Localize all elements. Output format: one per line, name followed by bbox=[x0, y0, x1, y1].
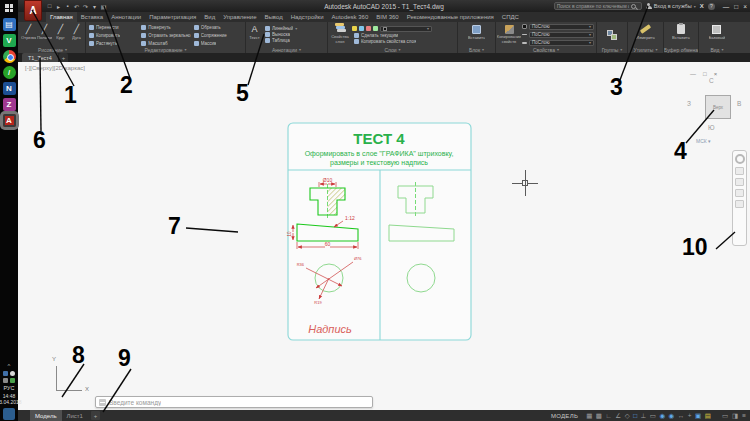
tray-icon[interactable] bbox=[10, 378, 15, 383]
drawing-canvas[interactable]: [-][Сверху][2D каркас] — □ × С З Верх В … bbox=[18, 62, 750, 410]
application-menu-button[interactable]: A bbox=[24, 0, 42, 21]
draw-tool-button[interactable]: ╱ Дуга bbox=[69, 23, 84, 46]
color-dropdown[interactable]: ПоСлою▾ bbox=[529, 24, 594, 30]
modify-tool-button[interactable]: Растянуть bbox=[87, 39, 139, 46]
layer-tool-icon[interactable] bbox=[373, 26, 378, 31]
app-autocad[interactable]: A bbox=[3, 114, 16, 127]
measure-button[interactable]: Измерить bbox=[633, 23, 659, 46]
ribbon-tab[interactable]: BIM 360 bbox=[372, 12, 402, 22]
make-current-button[interactable]: Сделать текущим bbox=[352, 33, 454, 38]
table-button[interactable]: Таблица bbox=[263, 38, 323, 43]
ribbon-tab[interactable]: Вид bbox=[200, 12, 219, 22]
sign-in-button[interactable]: Вход в службы ▾ bbox=[646, 3, 696, 9]
file-tab[interactable]: Т1_Тест4 bbox=[22, 53, 58, 62]
viewcube-north[interactable]: С bbox=[709, 77, 714, 84]
qat-button[interactable]: □ bbox=[46, 2, 53, 10]
doc-minimize-button[interactable]: — bbox=[690, 71, 696, 77]
ribbon-tab[interactable]: Надстройки bbox=[287, 12, 328, 22]
zoom-icon[interactable] bbox=[735, 178, 744, 186]
showmotion-icon[interactable] bbox=[735, 200, 744, 208]
new-drawing-tab-button[interactable]: + bbox=[59, 53, 68, 62]
start-button[interactable] bbox=[0, 0, 18, 16]
minimize-button[interactable]: — bbox=[723, 3, 730, 10]
panel-title-clipboard[interactable]: Буфер обмена bbox=[664, 46, 698, 53]
exchange-apps-icon[interactable]: X bbox=[700, 3, 704, 9]
tray-icons[interactable] bbox=[3, 371, 15, 383]
modify-tool-button[interactable]: Сопряжение bbox=[192, 31, 244, 39]
match-properties-button[interactable]: Копирование свойств bbox=[497, 23, 521, 46]
tray-app-icon[interactable] bbox=[3, 408, 15, 420]
paste-button[interactable]: Вставить bbox=[671, 23, 691, 46]
panel-title-modify[interactable]: Редактирование▾ bbox=[86, 46, 245, 53]
panel-title-properties[interactable]: Свойства▾ bbox=[496, 46, 596, 53]
tray-icon[interactable] bbox=[3, 371, 8, 376]
qat-button[interactable]: ▾ bbox=[91, 2, 98, 10]
ribbon-tab[interactable]: Autodesk 360 bbox=[328, 12, 373, 22]
command-input[interactable]: Введите команду bbox=[109, 399, 161, 406]
dimension-linear-button[interactable]: Линейный▾ bbox=[263, 26, 323, 31]
panel-title-layers[interactable]: Слои▾ bbox=[328, 46, 457, 53]
tray-expand-icon[interactable]: ^ bbox=[8, 363, 11, 369]
modify-tool-button[interactable]: Массив bbox=[192, 39, 244, 46]
modify-tool-button[interactable]: Копировать bbox=[87, 31, 139, 39]
statusbar-menu-icon[interactable]: ≡ bbox=[742, 411, 746, 421]
ribbon-tab[interactable]: Управление bbox=[219, 12, 260, 22]
command-customize-icon[interactable] bbox=[99, 399, 106, 406]
command-line[interactable]: Введите команду bbox=[95, 396, 373, 408]
layout-tab[interactable]: Модель bbox=[30, 410, 62, 421]
status-toggle[interactable]: ∠ bbox=[615, 411, 621, 421]
status-toggle[interactable]: ↔ bbox=[678, 411, 685, 421]
panel-title-annotate[interactable]: Аннотации▾ bbox=[246, 46, 327, 53]
statusbar-menu-icon[interactable]: ◨ bbox=[732, 411, 738, 421]
model-space-label[interactable]: МОДЕЛЬ bbox=[551, 413, 578, 419]
status-toggle[interactable]: ∟ bbox=[605, 411, 611, 421]
draw-tool-button[interactable]: ╱ Круг bbox=[53, 23, 68, 46]
status-toggle[interactable]: ◉ bbox=[659, 411, 665, 421]
close-button[interactable]: × bbox=[743, 3, 747, 10]
layer-tool-icon[interactable] bbox=[359, 26, 364, 31]
insert-block-button[interactable]: Вставить bbox=[464, 23, 490, 46]
app-blue-n[interactable]: N bbox=[3, 82, 16, 95]
draw-tool-button[interactable]: ╱ Полилиния bbox=[37, 23, 52, 46]
doc-restore-button[interactable]: □ bbox=[703, 71, 707, 77]
status-toggle[interactable]: ▩ bbox=[596, 411, 602, 421]
app-chrome[interactable] bbox=[3, 50, 16, 63]
ribbon-tab[interactable]: Вывод bbox=[261, 12, 287, 22]
app-green-circle[interactable]: / bbox=[3, 66, 16, 79]
ribbon-tab[interactable]: Параметризация bbox=[145, 12, 200, 22]
viewport-controls[interactable]: [-][Сверху][2D каркас] bbox=[25, 65, 85, 71]
pan-icon[interactable] bbox=[735, 167, 744, 175]
layer-select-dropdown[interactable]: ▾ bbox=[380, 26, 432, 32]
text-tool-button[interactable]: А Текст bbox=[247, 23, 262, 46]
navigation-bar[interactable] bbox=[732, 150, 747, 246]
qat-button[interactable]: ▸ bbox=[55, 2, 62, 10]
layer-properties-button[interactable]: Свойства слоя bbox=[329, 23, 351, 46]
panel-title-groups[interactable]: Группы▾ bbox=[597, 46, 627, 53]
layer-tool-icon[interactable] bbox=[352, 26, 357, 31]
status-toggle[interactable]: ◇ bbox=[625, 411, 630, 421]
status-toggle[interactable]: □ bbox=[633, 411, 637, 421]
viewcube-south[interactable]: Ю bbox=[708, 124, 715, 131]
base-view-button[interactable]: Базовый bbox=[704, 23, 730, 46]
viewcube-wcs-menu[interactable]: МСК ▾ bbox=[696, 138, 711, 144]
navigation-wheel-icon[interactable] bbox=[735, 154, 745, 164]
restore-button[interactable]: □ bbox=[734, 3, 738, 10]
panel-title-draw[interactable]: Рисование▾ bbox=[20, 46, 85, 53]
draw-tool-button[interactable]: ╱ Отрезок bbox=[21, 23, 36, 46]
app-magenta[interactable]: Z bbox=[3, 98, 16, 111]
viewcube-west[interactable]: З bbox=[687, 100, 691, 107]
statusbar-menu-icon[interactable]: ▭ bbox=[722, 411, 728, 421]
ribbon-tab[interactable]: СПДС bbox=[498, 12, 523, 22]
leader-button[interactable]: Выноска bbox=[263, 32, 323, 37]
status-toggle[interactable]: ▭ bbox=[650, 411, 656, 421]
viewcube-top-face[interactable]: Верх bbox=[705, 95, 731, 119]
lineweight-dropdown[interactable]: ПоСлою▾ bbox=[529, 40, 594, 46]
match-layer-button[interactable]: Копировать свойства слоя bbox=[352, 39, 454, 44]
layout-tab[interactable]: Лист1 bbox=[62, 410, 88, 421]
linetype-dropdown[interactable]: ПоСлою▾ bbox=[529, 32, 594, 38]
panel-title-block[interactable]: Блок▾ bbox=[458, 46, 495, 53]
panel-title-view[interactable]: Вид▾ bbox=[699, 46, 735, 53]
tray-icon[interactable] bbox=[10, 371, 15, 376]
tray-icon[interactable] bbox=[3, 378, 8, 383]
qat-button[interactable]: ▤ bbox=[100, 2, 107, 10]
